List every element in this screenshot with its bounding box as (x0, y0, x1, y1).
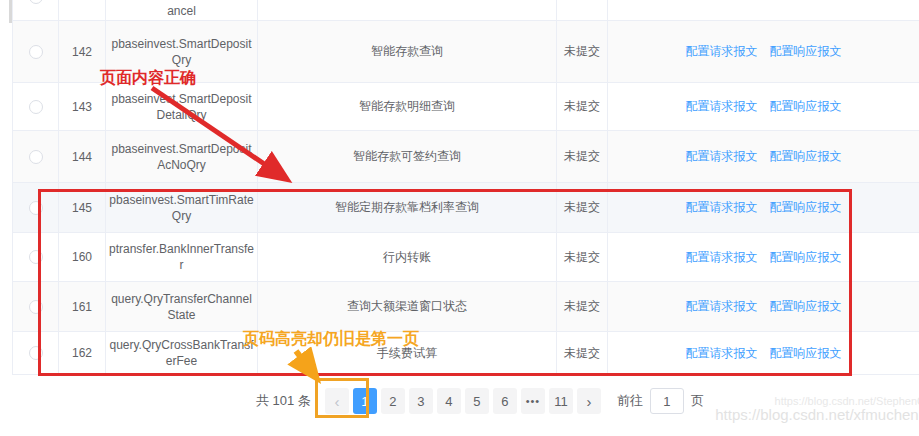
row-status-cell: 未提交 (557, 21, 608, 82)
row-desc-cell: 查询大额渠道窗口状态 (258, 282, 557, 331)
page-button-4[interactable]: 4 (437, 388, 461, 414)
row-action-cell: 配置请求报文 配置响应报文 (608, 282, 919, 331)
message-config-table: ancel 142 pbaseinvest.SmartDepositQry 智能… (12, 0, 919, 375)
config-request-link[interactable]: 配置请求报文 (686, 345, 758, 362)
row-id-cell: 143 (59, 83, 106, 130)
table-row[interactable]: 144 pbaseinvest.SmartDepositAcNoQry 智能存款… (13, 131, 919, 183)
page-button-2[interactable]: 2 (381, 388, 405, 414)
radio-button[interactable] (29, 300, 43, 314)
row-status-cell: 未提交 (557, 233, 608, 281)
pagination-total: 共 101 条 (256, 392, 311, 410)
row-action-cell: 配置请求报文 配置响应报文 (608, 131, 919, 182)
row-name-cell: query.QryTransferChannelState (106, 282, 258, 331)
config-request-link[interactable]: 配置请求报文 (686, 249, 758, 266)
config-request-link[interactable]: 配置请求报文 (686, 298, 758, 315)
row-action-cell: 配置请求报文 配置响应报文 (608, 183, 919, 232)
row-action-cell: 配置请求报文 配置响应报文 (608, 332, 919, 374)
row-name-cell: pbaseinvest.SmartDepositDetailQry (106, 83, 258, 130)
row-name-cell: ancel (106, 0, 258, 20)
page-button-6[interactable]: 6 (493, 388, 517, 414)
row-name-cell: ptransfer.BankInnerTransfer (106, 233, 258, 281)
radio-button[interactable] (29, 250, 43, 264)
page-button-3[interactable]: 3 (409, 388, 433, 414)
row-id-cell: 160 (59, 233, 106, 281)
config-response-link[interactable]: 配置响应报文 (770, 43, 842, 60)
row-radio-cell[interactable] (13, 332, 59, 374)
config-response-link[interactable]: 配置响应报文 (770, 345, 842, 362)
row-desc-cell (258, 0, 557, 20)
row-status-cell: 未提交 (557, 131, 608, 182)
radio-button[interactable] (29, 100, 43, 114)
row-radio-cell[interactable] (13, 183, 59, 232)
pagination-bar: 共 101 条 ‹ 1 2 3 4 5 6 ••• 11 › 前往 页 (256, 387, 704, 415)
table-row[interactable]: 145 pbaseinvest.SmartTimRateQry 智能定期存款靠档… (13, 183, 919, 233)
page: ancel 142 pbaseinvest.SmartDepositQry 智能… (0, 0, 919, 436)
row-radio-cell[interactable] (13, 83, 59, 130)
radio-button[interactable] (29, 150, 43, 164)
row-action-cell (608, 0, 919, 20)
config-response-link[interactable]: 配置响应报文 (770, 98, 842, 115)
page-button-5[interactable]: 5 (465, 388, 489, 414)
annotation-page-highlight: 页码高亮却仍旧是第一页 (243, 329, 419, 350)
prev-page-button[interactable]: ‹ (325, 388, 349, 414)
goto-label: 前往 (617, 392, 643, 410)
radio-button[interactable] (29, 201, 43, 215)
row-radio-cell[interactable] (13, 131, 59, 182)
row-name-cell: pbaseinvest.SmartDepositAcNoQry (106, 131, 258, 182)
config-request-link[interactable]: 配置请求报文 (686, 148, 758, 165)
page-button-11[interactable]: 11 (549, 388, 573, 414)
row-id-cell: 162 (59, 332, 106, 374)
annotation-content-correct: 页面内容正确 (100, 68, 196, 89)
config-request-link[interactable]: 配置请求报文 (686, 199, 758, 216)
table-row[interactable]: 160 ptransfer.BankInnerTransfer 行内转账 未提交… (13, 233, 919, 282)
row-status-cell: 未提交 (557, 282, 608, 331)
table-row[interactable]: 161 query.QryTransferChannelState 查询大额渠道… (13, 282, 919, 332)
config-response-link[interactable]: 配置响应报文 (770, 298, 842, 315)
config-response-link[interactable]: 配置响应报文 (770, 199, 842, 216)
row-name-cell: query.QryCrossBankTransferFee (106, 332, 258, 374)
table-row[interactable]: 143 pbaseinvest.SmartDepositDetailQry 智能… (13, 83, 919, 131)
table-row[interactable]: 162 query.QryCrossBankTransferFee 手续费试算 … (13, 332, 919, 375)
row-radio-cell[interactable] (13, 282, 59, 331)
config-request-link[interactable]: 配置请求报文 (686, 43, 758, 60)
row-status-cell: 未提交 (557, 332, 608, 374)
table-row[interactable]: ancel (13, 0, 919, 21)
next-page-button[interactable]: › (577, 388, 601, 414)
row-name-cell: pbaseinvest.SmartTimRateQry (106, 183, 258, 232)
row-status-cell: 未提交 (557, 183, 608, 232)
row-radio-cell[interactable] (13, 21, 59, 82)
row-status-cell (557, 0, 608, 20)
row-desc-cell: 智能存款可签约查询 (258, 131, 557, 182)
goto-page-input[interactable] (650, 388, 684, 414)
row-desc-cell: 行内转账 (258, 233, 557, 281)
row-id-cell: 142 (59, 21, 106, 82)
row-desc-cell: 智能存款明细查询 (258, 83, 557, 130)
radio-button[interactable] (29, 45, 43, 59)
config-response-link[interactable]: 配置响应报文 (770, 249, 842, 266)
row-radio-cell[interactable] (13, 0, 59, 20)
row-id-cell: 144 (59, 131, 106, 182)
row-id-cell: 161 (59, 282, 106, 331)
row-radio-cell[interactable] (13, 233, 59, 281)
row-action-cell: 配置请求报文 配置响应报文 (608, 83, 919, 130)
radio-button[interactable] (29, 0, 43, 4)
row-id-cell (59, 0, 106, 20)
watermark-large: https://blog.csdn.net/xfmucheng (715, 406, 919, 423)
radio-button[interactable] (29, 346, 43, 360)
row-desc-cell: 智能定期存款靠档利率查询 (258, 183, 557, 232)
goto-unit-label: 页 (691, 392, 704, 410)
row-action-cell: 配置请求报文 配置响应报文 (608, 21, 919, 82)
row-id-cell: 145 (59, 183, 106, 232)
row-action-cell: 配置请求报文 配置响应报文 (608, 233, 919, 281)
page-button-1[interactable]: 1 (353, 388, 377, 414)
more-pages-button[interactable]: ••• (521, 388, 545, 414)
row-desc-cell: 智能存款查询 (258, 21, 557, 82)
row-status-cell: 未提交 (557, 83, 608, 130)
config-request-link[interactable]: 配置请求报文 (686, 98, 758, 115)
config-response-link[interactable]: 配置响应报文 (770, 148, 842, 165)
